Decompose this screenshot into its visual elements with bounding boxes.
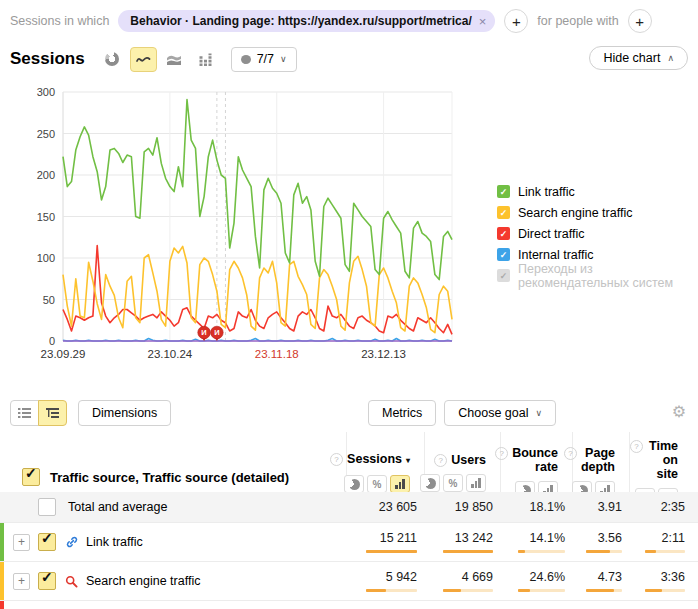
- add-user-filter-button[interactable]: +: [628, 9, 652, 33]
- comment-icon: [241, 55, 251, 64]
- legend-item-link-traffic[interactable]: ✓ Link traffic: [497, 181, 698, 202]
- dimensions-button[interactable]: Dimensions: [78, 400, 171, 426]
- row-checkbox[interactable]: ✓: [38, 533, 56, 551]
- table-row-search-traffic: + ✓ Search engine traffic 5 942 4 669 24…: [0, 561, 698, 600]
- cell-value: 23 605: [379, 500, 417, 514]
- view-mode-toggle: [10, 400, 67, 426]
- legend-item-direct-traffic[interactable]: ✓ Direct traffic: [497, 223, 698, 244]
- svg-text:23.12.13: 23.12.13: [361, 348, 406, 360]
- segment-chip[interactable]: Behavior · Landing page: https://yandex.…: [118, 10, 495, 32]
- checkbox-checked-icon[interactable]: ✓: [497, 206, 510, 219]
- chart-header: Sessions 7/7 ∨ Hide chart ∧: [10, 46, 688, 72]
- pie-chart-icon: [105, 52, 119, 66]
- segment-chip-label: Behavior · Landing page: https://yandex.…: [130, 14, 471, 28]
- row-checkbox[interactable]: [38, 498, 56, 516]
- column-label[interactable]: Sessions: [347, 452, 402, 466]
- flat-list-view-button[interactable]: [10, 400, 39, 426]
- svg-text:23.09.29: 23.09.29: [41, 348, 86, 360]
- cell-value: 15 211: [380, 531, 417, 545]
- svg-text:И: И: [201, 328, 206, 337]
- checkbox-checked-icon[interactable]: ✓: [497, 185, 510, 198]
- legend-item-search-traffic[interactable]: ✓ Search engine traffic: [497, 202, 698, 223]
- svg-text:0: 0: [49, 335, 55, 347]
- svg-text:300: 300: [37, 86, 55, 98]
- percent-icon: %: [449, 478, 458, 489]
- expand-row-button[interactable]: +: [13, 573, 30, 590]
- question-icon[interactable]: ?: [564, 447, 577, 460]
- cell-value: 2:35: [661, 500, 685, 514]
- annotations-dropdown[interactable]: 7/7 ∨: [231, 47, 297, 72]
- svg-text:50: 50: [43, 294, 55, 306]
- chevron-down-icon: ∨: [280, 54, 287, 64]
- pie-chart-type-button[interactable]: [99, 47, 126, 72]
- row-label[interactable]: Link traffic: [86, 535, 143, 549]
- pie-icon: [425, 478, 436, 489]
- row-label: Total and average: [68, 500, 167, 514]
- tree-list-view-button[interactable]: [38, 400, 67, 426]
- bars-view-button[interactable]: [466, 474, 486, 492]
- cell-value: 5 942: [386, 570, 417, 584]
- sort-desc-icon[interactable]: ▾: [406, 454, 410, 468]
- row-label[interactable]: Search engine traffic: [86, 574, 200, 588]
- cell-value: 13 242: [455, 531, 493, 545]
- chevron-up-icon: ∧: [667, 53, 674, 63]
- legend-item-recommendation-systems: ✓ Переходы из рекомендательных систем: [497, 265, 698, 286]
- cell-value: 3:36: [661, 570, 685, 584]
- column-label[interactable]: Time on site: [647, 439, 678, 481]
- percent-view-button[interactable]: %: [443, 474, 463, 492]
- segmentation-bar: Sessions in which Behavior · Landing pag…: [10, 8, 688, 34]
- question-icon[interactable]: ?: [495, 447, 508, 460]
- add-segment-button[interactable]: +: [504, 9, 528, 33]
- column-label[interactable]: Page depth: [581, 446, 615, 474]
- cell-value: 2:11: [662, 531, 685, 545]
- check-icon: ✓: [41, 530, 53, 546]
- bars-view-button[interactable]: [390, 475, 410, 493]
- expand-row-button[interactable]: +: [13, 534, 30, 551]
- chart-legend: ✓ Link traffic ✓ Search engine traffic ✓…: [497, 181, 698, 286]
- dimension-header[interactable]: Traffic source, Traffic source (detailed…: [50, 470, 289, 485]
- metrics-button[interactable]: Metrics: [368, 400, 436, 426]
- table-header-row: ✓ Traffic source, Traffic source (detail…: [0, 432, 698, 492]
- bars-icon: [471, 478, 481, 488]
- choose-goal-dropdown[interactable]: Choose goal ∨: [444, 400, 556, 426]
- hide-chart-button[interactable]: Hide chart ∧: [589, 46, 688, 70]
- metrica-app: Sessions in which Behavior · Landing pag…: [0, 0, 698, 609]
- annotations-count: 7/7: [257, 52, 274, 66]
- question-icon[interactable]: ?: [630, 440, 643, 453]
- check-icon: ✓: [25, 465, 37, 481]
- svg-text:250: 250: [37, 128, 55, 140]
- question-icon[interactable]: ?: [434, 454, 447, 467]
- svg-text:100: 100: [37, 252, 55, 264]
- cell-value: 3.56: [598, 531, 622, 545]
- row-checkbox[interactable]: ✓: [38, 572, 56, 590]
- gear-icon[interactable]: ⚙: [672, 404, 686, 420]
- pie-view-button[interactable]: [420, 474, 440, 492]
- cell-value: 4 669: [462, 570, 493, 584]
- column-label[interactable]: Users: [451, 453, 486, 467]
- page-title: Sessions: [10, 49, 85, 69]
- dimension-checkbox[interactable]: ✓: [22, 468, 40, 486]
- bar-chart-icon: [198, 53, 213, 66]
- pie-view-button[interactable]: [344, 475, 364, 493]
- line-chart-type-button[interactable]: [130, 47, 157, 72]
- checkbox-checked-disabled-icon: ✓: [497, 269, 510, 282]
- percent-view-button[interactable]: %: [367, 475, 387, 493]
- flat-list-icon: [18, 407, 31, 419]
- cell-value: 24.6%: [530, 570, 565, 584]
- table-toolbar: Dimensions Metrics Choose goal ∨ ⚙: [10, 400, 686, 428]
- checkbox-checked-icon[interactable]: ✓: [497, 248, 510, 261]
- close-icon[interactable]: ×: [479, 15, 487, 28]
- percent-icon: %: [373, 479, 382, 490]
- filter-suffix-label: for people with: [537, 14, 618, 28]
- chevron-down-icon: ∨: [535, 408, 542, 418]
- columns-chart-type-button[interactable]: [192, 47, 219, 72]
- column-label[interactable]: Bounce rate: [512, 446, 558, 474]
- table-row-link-traffic: + ✓ Link traffic 15 211 13 242 14.1% 3.5…: [0, 522, 698, 561]
- sessions-chart-svg[interactable]: 05010015020025030023.09.2923.10.2423.11.…: [20, 85, 485, 370]
- svg-text:23.10.24: 23.10.24: [147, 348, 192, 360]
- cell-value: 3.91: [598, 500, 622, 514]
- row-color-stripe: [0, 562, 4, 600]
- stacked-area-type-button[interactable]: [161, 47, 188, 72]
- checkbox-checked-icon[interactable]: ✓: [497, 227, 510, 240]
- svg-text:И: И: [214, 328, 219, 337]
